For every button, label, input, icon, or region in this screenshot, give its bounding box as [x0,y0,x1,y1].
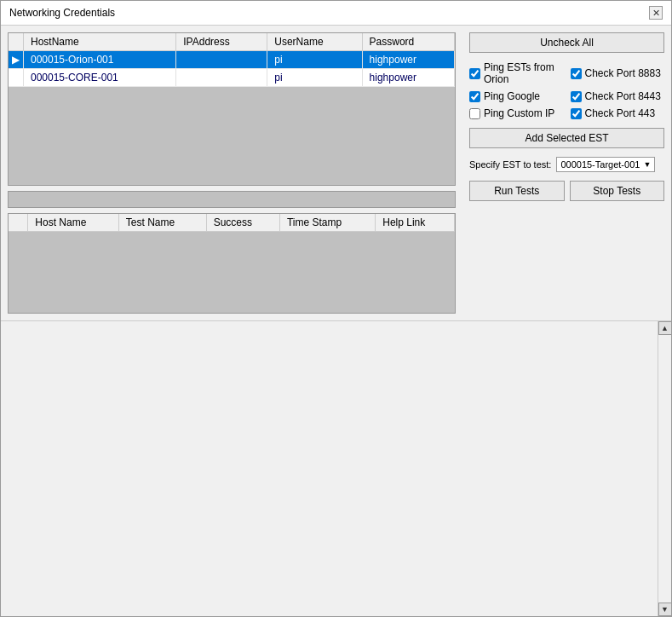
run-stop-row: Run Tests Stop Tests [469,181,664,201]
credentials-table-container: HostName IPAddress UserName Password ▶ 0… [8,32,456,186]
cell-password: highpower [362,69,454,87]
table-row[interactable]: ▶ 000015-Orion-001 pi highpower [9,51,455,69]
col-arrow [9,33,24,51]
ping-google-checkbox[interactable] [469,91,480,102]
ping-google-row: Ping Google [469,90,564,102]
vertical-scrollbar: ▲ ▼ [658,321,671,616]
ping-custom-checkbox[interactable] [469,108,480,119]
progress-bar [8,191,456,208]
cell-hostname: 000015-Orion-001 [24,51,176,69]
title-bar: Networking Credentials ✕ [1,1,671,26]
left-panel: HostName IPAddress UserName Password ▶ 0… [1,26,462,320]
checkboxes-section: Ping ESTs from Orion Check Port 8883 Pin… [469,61,664,123]
scroll-up-button[interactable]: ▲ [658,321,672,335]
dropdown-arrow-icon: ▼ [643,160,651,169]
uncheck-all-button[interactable]: Uncheck All [469,32,664,53]
cell-ip [176,51,267,69]
results-col-testname: Test Name [118,214,206,232]
ping-google-label: Ping Google [484,90,540,102]
check-443-label: Check Port 443 [585,107,656,119]
credentials-table: HostName IPAddress UserName Password ▶ 0… [9,33,455,87]
cell-ip [176,69,267,87]
right-panel: Uncheck All Ping ESTs from Orion Check P… [462,26,671,320]
ping-ests-row: Ping ESTs from Orion [469,61,564,85]
add-selected-est-button[interactable]: Add Selected EST [469,128,664,148]
main-window: Networking Credentials ✕ HostName IPAddr… [0,0,672,617]
run-tests-button[interactable]: Run Tests [469,181,565,201]
results-col-empty [9,214,28,232]
main-content: HostName IPAddress UserName Password ▶ 0… [1,26,671,320]
check-8883-row: Check Port 8883 [571,61,665,85]
cell-username: pi [267,69,362,87]
cell-password: highpower [362,51,454,69]
check-8443-row: Check Port 8443 [571,90,665,102]
ping-custom-row: Ping Custom IP [469,107,564,119]
check-443-checkbox[interactable] [571,108,582,119]
ping-ests-checkbox[interactable] [469,68,480,79]
row-arrow: ▶ [9,51,24,69]
close-icon: ✕ [652,8,660,19]
specify-dropdown[interactable]: 000015-Target-001 ▼ [556,157,655,172]
check-8883-checkbox[interactable] [571,68,582,79]
col-password: Password [362,33,454,51]
table-header-row: HostName IPAddress UserName Password [9,33,455,51]
col-username: UserName [267,33,362,51]
results-col-helplink: Help Link [376,214,455,232]
cell-username: pi [267,51,362,69]
col-ipaddress: IPAddress [176,33,267,51]
results-col-success: Success [206,214,279,232]
specify-row: Specify EST to test: 000015-Target-001 ▼ [469,157,664,172]
check-443-row: Check Port 443 [571,107,665,119]
results-col-timestamp: Time Stamp [279,214,375,232]
results-table: Host Name Test Name Success Time Stamp H… [9,214,455,232]
col-hostname: HostName [24,33,176,51]
results-header-row: Host Name Test Name Success Time Stamp H… [9,214,455,232]
results-table-container: Host Name Test Name Success Time Stamp H… [8,213,456,314]
check-8443-label: Check Port 8443 [585,90,661,102]
ping-custom-label: Ping Custom IP [484,107,554,119]
close-button[interactable]: ✕ [649,6,663,20]
results-col-hostname: Host Name [28,214,119,232]
stop-tests-button[interactable]: Stop Tests [570,181,665,201]
check-8443-checkbox[interactable] [571,91,582,102]
scroll-down-button[interactable]: ▼ [658,603,672,616]
table-row[interactable]: 000015-CORE-001 pi highpower [9,69,455,87]
bottom-area: ▲ ▼ [1,320,671,616]
row-arrow [9,69,24,87]
cell-hostname: 000015-CORE-001 [24,69,176,87]
specify-label: Specify EST to test: [469,159,551,170]
window-title: Networking Credentials [9,7,115,19]
specify-value: 000015-Target-001 [560,159,640,170]
ping-ests-label: Ping ESTs from Orion [484,61,564,85]
check-8883-label: Check Port 8883 [585,67,661,79]
